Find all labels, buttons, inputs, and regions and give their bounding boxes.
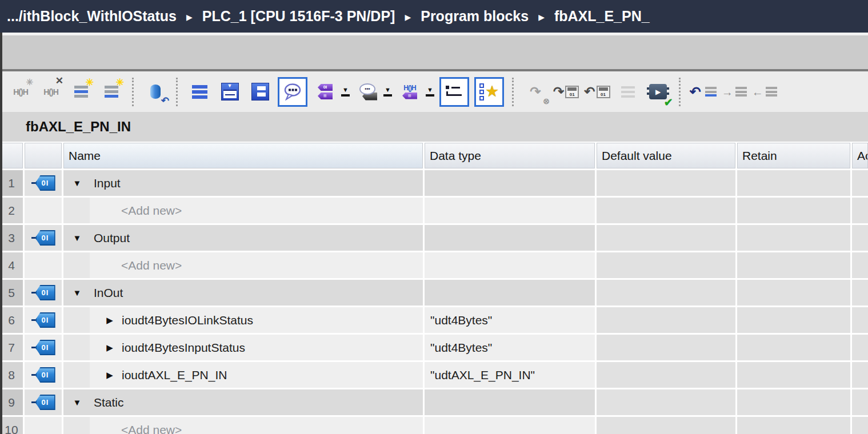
- name-cell[interactable]: <Add new>: [63, 417, 423, 434]
- accessible-cell[interactable]: [852, 389, 868, 415]
- default-value-cell[interactable]: [597, 198, 735, 223]
- default-value-cell[interactable]: [597, 252, 735, 278]
- data-type-cell[interactable]: [425, 417, 595, 434]
- retain-cell[interactable]: [737, 198, 850, 223]
- compile-icon[interactable]: ▶ ✔: [646, 77, 671, 107]
- row-number[interactable]: 4: [0, 252, 23, 278]
- table-row[interactable]: 3 0I ▼ Output: [0, 225, 868, 251]
- go-to-previous-icon[interactable]: ←: [752, 77, 777, 107]
- row-number[interactable]: 2: [0, 198, 23, 223]
- data-type-cell[interactable]: [425, 280, 595, 306]
- name-cell[interactable]: <Add new>: [63, 252, 423, 278]
- table-row[interactable]: 5 0I ▼ InOut: [0, 280, 868, 306]
- accessible-cell[interactable]: [852, 362, 868, 388]
- retain-cell[interactable]: [737, 252, 850, 278]
- name-cell[interactable]: ▶ ioudt4BytesInputStatus: [63, 335, 423, 360]
- table-row[interactable]: 9 0I ▼ Static: [0, 389, 868, 415]
- expand-members-disabled-icon[interactable]: [615, 77, 641, 107]
- row-number[interactable]: 3: [0, 225, 23, 251]
- data-type-cell[interactable]: [425, 389, 595, 415]
- expand-toggle-icon[interactable]: ▶: [103, 370, 116, 380]
- snapshot-actual-values-icon[interactable]: ↷ 01: [553, 77, 579, 107]
- row-number[interactable]: 6: [0, 307, 23, 333]
- import-tags-icon[interactable]: 0I ≡: [313, 77, 338, 107]
- row-number[interactable]: 7: [0, 335, 23, 360]
- row-number[interactable]: 5: [0, 280, 23, 306]
- default-value-cell[interactable]: [597, 307, 735, 333]
- expand-toggle-icon[interactable]: ▼: [71, 233, 83, 243]
- default-value-cell[interactable]: [597, 417, 735, 434]
- data-type-cell[interactable]: "udt4Bytes": [425, 335, 595, 360]
- header-retain[interactable]: Retain: [737, 143, 850, 168]
- rewire-tag-icon[interactable]: H()H ≡: [397, 77, 422, 107]
- accessible-cell[interactable]: [852, 252, 868, 278]
- table-row[interactable]: 8 0I ▶ ioudtAXL_E_PN_IN "udtAXL_E_PN_IN": [0, 362, 868, 388]
- row-tag-cell[interactable]: 0I: [25, 170, 62, 196]
- name-cell[interactable]: <Add new>: [63, 198, 423, 223]
- accessible-cell[interactable]: [852, 198, 868, 223]
- row-tag-cell[interactable]: [25, 417, 62, 434]
- tag-comment-icon[interactable]: •••: [355, 77, 380, 107]
- default-value-cell[interactable]: [597, 225, 735, 251]
- table-row[interactable]: 2 <Add new>: [0, 198, 868, 223]
- header-data-type[interactable]: Data type: [425, 143, 595, 168]
- expand-toggle-icon[interactable]: ▶: [103, 315, 116, 326]
- delete-interface-icon[interactable]: H()H ✕: [38, 77, 63, 107]
- name-cell[interactable]: ▶ ioudt4BytesIOLinkStatus: [63, 307, 423, 333]
- name-cell[interactable]: ▼ Static: [63, 389, 423, 415]
- row-tag-cell[interactable]: [25, 252, 62, 278]
- name-cell[interactable]: ▼ InOut: [63, 280, 423, 306]
- default-value-cell[interactable]: [597, 362, 735, 388]
- retain-cell[interactable]: [737, 280, 850, 306]
- retain-cell[interactable]: [737, 170, 850, 196]
- show-hidden-columns-icon[interactable]: [439, 77, 469, 107]
- data-type-cell[interactable]: "udtAXL_E_PN_IN": [425, 362, 595, 388]
- data-type-cell[interactable]: [425, 170, 595, 196]
- name-cell[interactable]: ▼ Input: [63, 170, 423, 196]
- add-row-below-icon[interactable]: ✳: [99, 77, 124, 107]
- row-tag-cell[interactable]: 0I: [25, 280, 62, 306]
- default-value-cell[interactable]: [597, 280, 735, 306]
- favorites-icon[interactable]: ★: [474, 77, 504, 107]
- row-tag-cell[interactable]: 0I: [25, 389, 62, 415]
- table-row[interactable]: 6 0I ▶ ioudt4BytesIOLinkStatus "udt4Byte…: [0, 307, 868, 333]
- go-to-definition-icon[interactable]: ↶: [690, 77, 717, 107]
- expand-toggle-icon[interactable]: ▶: [103, 343, 116, 353]
- keep-actual-values-icon[interactable]: ↶: [143, 77, 168, 107]
- accessible-cell[interactable]: [852, 417, 868, 434]
- expand-toggle-icon[interactable]: ▼: [71, 178, 83, 188]
- table-row[interactable]: 1 0I ▼ Input: [0, 170, 868, 196]
- table-row[interactable]: 4 <Add new>: [0, 252, 868, 278]
- row-tag-cell[interactable]: 0I: [25, 307, 62, 333]
- retain-cell[interactable]: [737, 307, 850, 333]
- default-value-cell[interactable]: [597, 389, 735, 415]
- row-tag-cell[interactable]: 0I: [25, 362, 62, 388]
- rewire-dropdown-icon[interactable]: ▼: [426, 77, 434, 107]
- row-view-icon[interactable]: [247, 77, 273, 107]
- accessible-cell[interactable]: [852, 307, 868, 333]
- header-accessible[interactable]: Ac: [852, 143, 868, 168]
- row-number[interactable]: 10: [0, 417, 23, 434]
- name-cell[interactable]: ▶ ioudtAXL_E_PN_IN: [63, 362, 423, 388]
- default-value-cell[interactable]: [597, 170, 735, 196]
- header-name[interactable]: Name: [63, 143, 423, 168]
- breadcrumb-item-current-block[interactable]: fbAXL_E_PN_: [554, 8, 650, 25]
- retain-cell[interactable]: [737, 225, 850, 251]
- import-tags-dropdown-icon[interactable]: ▼: [341, 77, 350, 107]
- accessible-cell[interactable]: [852, 280, 868, 306]
- data-type-cell[interactable]: "udt4Bytes": [425, 307, 595, 333]
- tag-comment-dropdown-icon[interactable]: ▼: [383, 77, 392, 107]
- accessible-cell[interactable]: [852, 225, 868, 251]
- toggle-comments-icon[interactable]: [278, 77, 307, 107]
- breadcrumb-item-program-blocks[interactable]: Program blocks: [421, 8, 529, 25]
- header-tag[interactable]: [25, 143, 62, 168]
- table-row[interactable]: 7 0I ▶ ioudt4BytesInputStatus "udt4Bytes…: [0, 335, 868, 360]
- expand-toggle-icon[interactable]: ▼: [71, 288, 83, 298]
- data-type-cell[interactable]: [425, 198, 595, 223]
- retain-cell[interactable]: [737, 335, 850, 360]
- row-number[interactable]: 1: [0, 170, 23, 196]
- row-tag-cell[interactable]: 0I: [25, 225, 62, 251]
- retain-cell[interactable]: [737, 417, 850, 434]
- insert-row-icon[interactable]: ✳: [69, 77, 94, 107]
- retain-cell[interactable]: [737, 389, 850, 415]
